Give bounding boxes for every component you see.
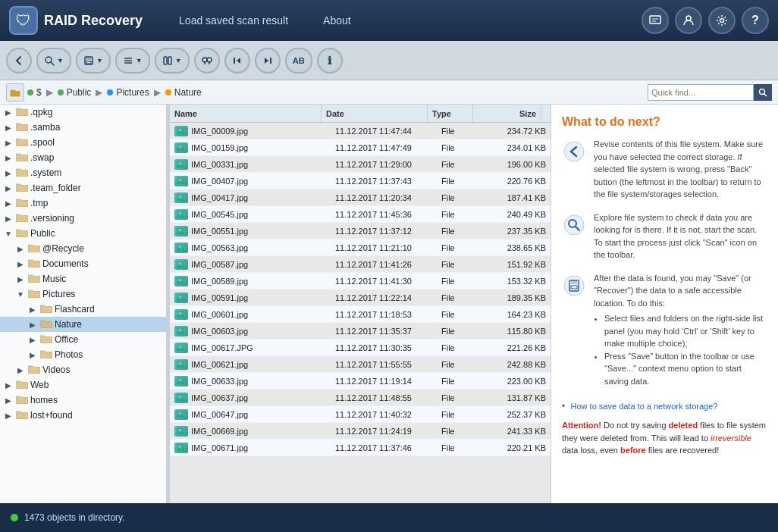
help-panel: What to do next? Revise contents of this… bbox=[551, 105, 778, 503]
file-row[interactable]: IMG_00407.jpg11.12.2017 11:37:43File220.… bbox=[170, 173, 551, 189]
tree-item[interactable]: ▼Pictures bbox=[0, 286, 166, 302]
file-cell-type: File bbox=[437, 139, 482, 155]
gear-icon bbox=[715, 14, 729, 27]
messages-btn[interactable] bbox=[642, 7, 669, 34]
file-cell-name: IMG_00589.jpg bbox=[170, 273, 331, 289]
file-row[interactable]: IMG_00621.jpg11.12.2017 11:55:55File242.… bbox=[170, 356, 551, 373]
file-cell-size: 252.37 KB bbox=[482, 406, 551, 422]
file-row[interactable]: IMG_00647.jpg11.12.2017 11:40:32File252.… bbox=[170, 406, 551, 423]
tree-item[interactable]: ▶Nature bbox=[0, 317, 166, 332]
tree-item[interactable]: ▶.swap bbox=[0, 150, 166, 165]
quick-find-input[interactable] bbox=[648, 84, 754, 101]
toolbar: ▼ ▼ ▼ ▼ АВ ℹ bbox=[0, 41, 778, 80]
tree-item[interactable]: ▶.qpkg bbox=[0, 105, 166, 120]
tree-item[interactable]: ▶.team_folder bbox=[0, 180, 166, 196]
file-row[interactable]: IMG_00637.jpg11.12.2017 11:48:55File131.… bbox=[170, 390, 551, 406]
file-list[interactable]: IMG_00009.jpg11.12.2017 11:47:44File234.… bbox=[170, 123, 551, 503]
tree-item[interactable]: ▶.versioning bbox=[0, 211, 166, 226]
tree-item[interactable]: ▶Web bbox=[0, 377, 166, 393]
view-button[interactable]: ▼ bbox=[115, 48, 150, 74]
file-row[interactable]: IMG_00617.JPG11.12.2017 11:30:35File221.… bbox=[170, 340, 551, 356]
tree-item[interactable]: ▶.tmp bbox=[0, 196, 166, 211]
help-network-link[interactable]: How to save data to a network storage? bbox=[571, 402, 718, 411]
tree-expander-icon: ▶ bbox=[3, 183, 14, 193]
file-panel: Name Date Type Size IMG_00009.jpg11.12.2… bbox=[170, 105, 551, 503]
file-row[interactable]: IMG_00331.jpg11.12.2017 11:29:00File196.… bbox=[170, 156, 551, 173]
folder-icon bbox=[28, 364, 40, 376]
file-row[interactable]: IMG_00563.jpg11.12.2017 11:21:10File238.… bbox=[170, 239, 551, 256]
help-title: What to do next? bbox=[562, 115, 767, 129]
file-name: IMG_00159.jpg bbox=[191, 143, 248, 152]
breadcrumb-dot-pictures bbox=[107, 89, 113, 95]
file-row[interactable]: IMG_00545.jpg11.12.2017 11:45:36File240.… bbox=[170, 206, 551, 223]
file-row[interactable]: IMG_00159.jpg11.12.2017 11:47:49File234.… bbox=[170, 139, 551, 156]
help-btn[interactable]: ? bbox=[742, 7, 769, 34]
tree-item[interactable]: ▶homes bbox=[0, 393, 166, 408]
col-header-name[interactable]: Name bbox=[170, 105, 322, 122]
file-cell-type: File bbox=[437, 373, 482, 389]
warning-before: before bbox=[620, 446, 646, 455]
file-row[interactable]: IMG_00591.jpg11.12.2017 11:22:14File189.… bbox=[170, 289, 551, 306]
file-row[interactable]: IMG_00009.jpg11.12.2017 11:47:44File234.… bbox=[170, 123, 551, 139]
save-button[interactable]: ▼ bbox=[76, 48, 111, 74]
tree-item[interactable]: ▶lost+found bbox=[0, 408, 166, 423]
about-nav[interactable]: About bbox=[317, 11, 357, 30]
tree-item[interactable]: ▶Flashcard bbox=[0, 302, 166, 317]
rename-button[interactable]: АВ bbox=[285, 48, 312, 74]
file-row[interactable]: IMG_00587.jpg11.12.2017 11:41:26File151.… bbox=[170, 256, 551, 273]
file-cell-size: 223.00 KB bbox=[482, 373, 551, 389]
file-row[interactable]: IMG_00589.jpg11.12.2017 11:41:30File153.… bbox=[170, 273, 551, 289]
file-row[interactable]: IMG_00633.jpg11.12.2017 11:19:14File223.… bbox=[170, 373, 551, 390]
file-name: IMG_00601.jpg bbox=[191, 310, 248, 319]
tree-item[interactable]: ▶@Recycle bbox=[0, 241, 166, 256]
tree-panel[interactable]: ▶.qpkg▶.samba▶.spool▶.swap▶.system▶.team… bbox=[0, 105, 167, 503]
tree-expander-icon: ▶ bbox=[3, 410, 14, 421]
load-scan-nav[interactable]: Load saved scan result bbox=[173, 11, 294, 30]
scan-button[interactable]: ▼ bbox=[36, 48, 71, 74]
col-header-type[interactable]: Type bbox=[428, 105, 473, 122]
scan-icon bbox=[44, 55, 55, 66]
find-button[interactable] bbox=[194, 48, 220, 74]
file-row[interactable]: IMG_00601.jpg11.12.2017 11:18:53File164.… bbox=[170, 306, 551, 323]
tree-item[interactable]: ▶Photos bbox=[0, 347, 166, 362]
file-cell-date: 11.12.2017 11:19:14 bbox=[331, 373, 437, 389]
tree-item-label: .system bbox=[30, 167, 61, 178]
next-button[interactable] bbox=[255, 48, 281, 74]
tree-expander-icon: ▶ bbox=[15, 258, 26, 269]
settings-btn[interactable] bbox=[708, 7, 736, 34]
user-icon bbox=[682, 14, 695, 27]
file-row[interactable]: IMG_00669.jpg11.12.2017 11:24:19File241.… bbox=[170, 423, 551, 440]
prev-button[interactable] bbox=[224, 48, 250, 74]
tree-item[interactable]: ▶Music bbox=[0, 271, 166, 286]
col-header-date[interactable]: Date bbox=[322, 105, 428, 122]
file-cell-type: File bbox=[437, 423, 482, 439]
tree-item[interactable]: ▶.samba bbox=[0, 120, 166, 135]
info-button[interactable]: ℹ bbox=[317, 48, 343, 74]
file-cell-size: 187.41 KB bbox=[482, 189, 551, 205]
tree-item[interactable]: ▶Documents bbox=[0, 256, 166, 271]
tree-item[interactable]: ▶Office bbox=[0, 332, 166, 347]
tree-item[interactable]: ▶.spool bbox=[0, 135, 166, 150]
file-cell-date: 11.12.2017 11:41:30 bbox=[331, 273, 437, 289]
col-header-size[interactable]: Size bbox=[473, 105, 541, 122]
file-row[interactable]: IMG_00603.jpg11.12.2017 11:35:37File115.… bbox=[170, 323, 551, 340]
svg-rect-20 bbox=[270, 58, 271, 64]
tree-item[interactable]: ▶Videos bbox=[0, 362, 166, 377]
quick-find-button[interactable] bbox=[754, 84, 772, 101]
file-row[interactable]: IMG_00671.jpg11.12.2017 11:37:46File220.… bbox=[170, 440, 551, 456]
file-cell-name: IMG_00591.jpg bbox=[170, 289, 331, 305]
file-row[interactable]: IMG_00417.jpg11.12.2017 11:20:34File187.… bbox=[170, 189, 551, 206]
svg-point-63 bbox=[564, 142, 584, 161]
file-row[interactable]: IMG_00551.jpg11.12.2017 11:37:12File237.… bbox=[170, 223, 551, 239]
back-button[interactable] bbox=[6, 48, 32, 74]
file-cell-date: 11.12.2017 11:47:44 bbox=[331, 123, 437, 139]
breadcrumb-folder-button[interactable] bbox=[6, 83, 24, 102]
file-cell-date: 11.12.2017 11:22:14 bbox=[331, 289, 437, 305]
breadcrumb-sep1: ▶ bbox=[46, 87, 53, 98]
user-btn[interactable] bbox=[675, 7, 702, 34]
tree-item-label: .samba bbox=[30, 122, 60, 133]
tree-item[interactable]: ▶.system bbox=[0, 165, 166, 180]
tree-item[interactable]: ▼Public bbox=[0, 226, 166, 241]
save-arrow-icon: ▼ bbox=[96, 57, 103, 64]
panel-button[interactable]: ▼ bbox=[155, 48, 190, 74]
